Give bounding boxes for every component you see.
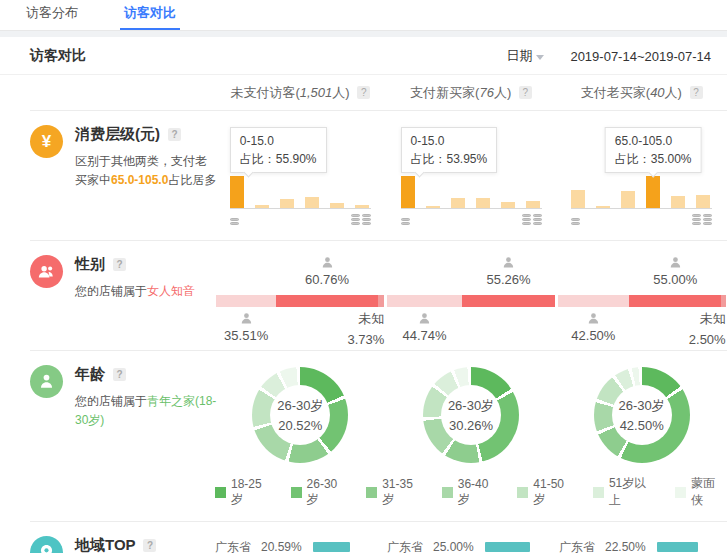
age-donut-returning-buyers[interactable]: 26-30岁 42.50% — [594, 367, 690, 463]
legend-swatch — [215, 487, 226, 498]
person-icon — [403, 311, 447, 326]
legend-item[interactable]: 51岁以上 — [593, 475, 658, 509]
tab-visitor-distribution[interactable]: 访客分布 — [14, 0, 90, 30]
legend-swatch — [442, 487, 453, 498]
help-icon[interactable]: ? — [143, 539, 156, 552]
region-list-returning-buyers: 广东省 22.50% 福建省 12.50% — [559, 536, 727, 553]
gender-stacked-bar — [387, 295, 555, 307]
spend-axis-icons — [401, 214, 542, 225]
card-header: 访客对比 日期 2019-07-14~2019-07-14 — [0, 37, 727, 75]
spend-axis-icons — [230, 214, 371, 225]
legend-label: 36-40岁 — [458, 477, 501, 508]
consumption-chart-returning-buyers[interactable]: 65.0-105.0 占比：35.00% — [571, 121, 712, 233]
page-title: 访客对比 — [30, 47, 86, 65]
person-icon — [653, 255, 697, 270]
date-type-label: 日期 — [506, 47, 532, 65]
female-share: 55.26% — [487, 255, 531, 287]
low-spend-coin-icon — [571, 214, 580, 225]
consumption-chart-new-buyers[interactable]: 0-15.0 占比：53.95% — [401, 121, 542, 233]
donut-center-label: 26-30岁 20.52% — [270, 385, 330, 445]
unknown-share: 未知 3.73% — [347, 309, 384, 351]
person-icon — [30, 365, 63, 398]
male-share: 42.50% — [571, 311, 615, 343]
date-type-dropdown[interactable]: 日期 — [506, 47, 544, 65]
location-pin-icon — [30, 536, 63, 553]
column-header-returning-buyers: 支付老买家(40人) ? — [556, 84, 727, 102]
high-spend-coin-icon — [351, 214, 371, 225]
donut-center-label: 26-30岁 30.26% — [441, 385, 501, 445]
spend-axis-icons — [571, 214, 712, 225]
gender-chart-unpaid[interactable]: 60.76% 35.51% 未知 3.73% — [216, 255, 384, 347]
date-range-picker[interactable]: 2019-07-14~2019-07-14 — [570, 49, 711, 64]
gender-chart-returning-buyers[interactable]: 55.00% 42.50% 未知 2.50% — [558, 255, 726, 347]
age-donut-unpaid[interactable]: 26-30岁 20.52% — [252, 367, 348, 463]
legend-item[interactable]: 31-35岁 — [366, 475, 425, 509]
column-header-unpaid-visitors: 未支付访客(1,501人) ? — [215, 84, 386, 102]
legend-label: 41-50岁 — [533, 477, 576, 508]
consumption-level-section: ¥ 消费层级(元) ? 区别于其他两类，支付老买家中65.0-105.0占比居多… — [30, 110, 727, 240]
unknown-share: 未知 2.50% — [689, 309, 726, 351]
region-row[interactable]: 广东省 20.59% — [215, 536, 387, 553]
gender-stacked-bar — [558, 295, 726, 307]
tab-visitor-comparison[interactable]: 访客对比 — [112, 0, 188, 30]
bar-group — [230, 175, 371, 209]
legend-label: 蒙面侠 — [691, 475, 727, 509]
region-title: 地域TOP — [75, 536, 135, 553]
bar-group — [571, 175, 712, 209]
consumption-subtitle: 区别于其他两类，支付老买家中65.0-105.0占比居多 — [75, 152, 217, 190]
age-subtitle: 您的店铺属于青年之家(18-30岁) — [75, 392, 217, 430]
help-icon[interactable]: ? — [168, 128, 181, 141]
gender-section: 性别 ? 您的店铺属于女人知音 60.76% 35.51% 未知 3.73% 5… — [30, 240, 727, 350]
gender-title: 性别 — [75, 255, 105, 272]
male-share: 44.74% — [403, 311, 447, 343]
legend-item[interactable]: 蒙面侠 — [675, 475, 727, 509]
chart-tooltip: 0-15.0 占比：55.90% — [230, 127, 327, 173]
region-list-new-buyers: 广东省 25.00% 浙江省 11.84% — [387, 536, 559, 553]
legend-label: 26-30岁 — [307, 477, 350, 508]
help-icon[interactable]: ? — [690, 86, 703, 99]
high-spend-coin-icon — [522, 214, 542, 225]
top-tab-bar: 访客分布 访客对比 — [0, 0, 727, 31]
chart-tooltip: 0-15.0 占比：53.95% — [401, 127, 498, 173]
legend-label: 18-25岁 — [231, 477, 274, 508]
legend-item[interactable]: 18-25岁 — [215, 475, 274, 509]
legend-item[interactable]: 36-40岁 — [442, 475, 501, 509]
legend-label: 51岁以上 — [609, 475, 658, 509]
column-header-row: 未支付访客(1,501人) ? 支付新买家(76人) ? 支付老买家(40人) … — [0, 75, 727, 110]
age-legend: 18-25岁26-30岁31-35岁36-40岁41-50岁51岁以上蒙面侠 — [30, 463, 727, 521]
legend-swatch — [593, 487, 604, 498]
help-icon[interactable]: ? — [113, 258, 126, 271]
region-list-unpaid: 广东省 20.59% 浙江省 11.06% — [215, 536, 387, 553]
region-top-section: 地域TOP ? 您的访客聚集在广东省 广东省 20.59% 浙江省 11.06%… — [30, 521, 727, 553]
person-icon — [571, 311, 615, 326]
legend-swatch — [675, 487, 686, 498]
help-icon[interactable]: ? — [113, 368, 126, 381]
female-share: 55.00% — [653, 255, 697, 287]
legend-item[interactable]: 26-30岁 — [291, 475, 350, 509]
column-header-new-buyers: 支付新买家(76人) ? — [386, 84, 557, 102]
male-share: 35.51% — [224, 311, 268, 343]
gender-subtitle: 您的店铺属于女人知音 — [75, 282, 217, 301]
legend-item[interactable]: 41-50岁 — [517, 475, 576, 509]
help-icon[interactable]: ? — [519, 86, 532, 99]
chart-tooltip: 65.0-105.0 占比：35.00% — [605, 127, 702, 173]
chevron-down-icon — [536, 55, 544, 60]
help-icon[interactable]: ? — [357, 86, 370, 99]
low-spend-coin-icon — [401, 214, 410, 225]
gender-chart-new-buyers[interactable]: 55.26% 44.74% 未知 — [387, 255, 555, 347]
people-icon — [30, 255, 63, 288]
age-section: 年龄 ? 您的店铺属于青年之家(18-30岁) 26-30岁 20.52% 26… — [30, 350, 727, 463]
age-donut-new-buyers[interactable]: 26-30岁 30.26% — [423, 367, 519, 463]
person-icon — [305, 255, 349, 270]
legend-label: 31-35岁 — [382, 477, 425, 508]
region-row[interactable]: 广东省 25.00% — [387, 536, 559, 553]
female-share: 60.76% — [305, 255, 349, 287]
legend-swatch — [366, 487, 377, 498]
region-row[interactable]: 广东省 22.50% — [559, 536, 727, 553]
consumption-title: 消费层级(元) — [75, 125, 160, 142]
legend-swatch — [291, 487, 302, 498]
donut-center-label: 26-30岁 42.50% — [612, 385, 672, 445]
bar-group — [401, 175, 542, 209]
consumption-chart-unpaid[interactable]: 0-15.0 占比：55.90% — [230, 121, 371, 233]
person-icon — [487, 255, 531, 270]
